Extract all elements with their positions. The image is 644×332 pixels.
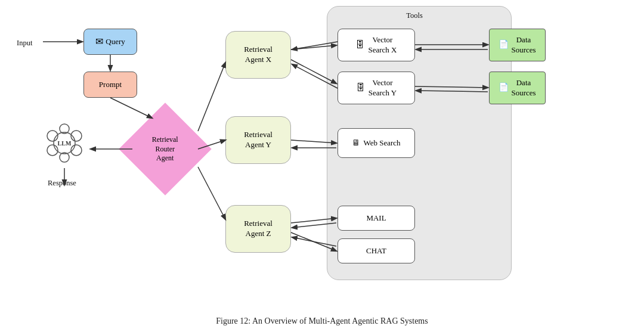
diagram: Tools Input ✉ Query Prompt RetrievalRout… <box>0 0 644 310</box>
caption-text: Figure 12: An Overview of Multi-Agent Ag… <box>216 317 428 325</box>
chat-node: CHAT <box>338 238 415 263</box>
input-label: Input <box>17 39 32 48</box>
svg-line-10 <box>110 98 152 118</box>
mail-label: MAIL <box>366 213 386 224</box>
svg-text:LLM: LLM <box>58 140 72 147</box>
retrieval-agent-x-label: Retrieval Agent X <box>244 45 273 65</box>
chat-label: CHAT <box>366 246 386 256</box>
prompt-label: Prompt <box>99 80 122 90</box>
router-agent-label: RetrievalRouterAgent <box>152 135 178 163</box>
vector-search-x: 🗄 Vector Search X <box>338 29 415 61</box>
figure-caption: Figure 12: An Overview of Multi-Agent Ag… <box>0 317 644 326</box>
web-search-node: 🖥 Web Search <box>338 128 415 158</box>
retrieval-agent-y-label: Retrieval Agent Y <box>244 130 273 150</box>
tools-label: Tools <box>391 11 438 20</box>
data-sources-2-label: Data Sources <box>511 78 535 98</box>
data-sources-1-label: Data Sources <box>511 35 535 55</box>
prompt-node: Prompt <box>83 72 137 98</box>
retrieval-agent-z: Retrieval Agent Z <box>225 205 291 253</box>
llm-node: LLM <box>41 119 88 167</box>
web-search-label: Web Search <box>363 138 400 148</box>
data-sources-2: 📄 Data Sources <box>489 72 546 104</box>
retrieval-agent-z-label: Retrieval Agent Z <box>244 219 273 239</box>
retrieval-agent-x: Retrieval Agent X <box>225 31 291 79</box>
router-agent-node: RetrievalRouterAgent <box>119 103 212 196</box>
mail-node: MAIL <box>338 206 415 231</box>
svg-line-15 <box>198 167 225 219</box>
response-label: Response <box>48 179 76 188</box>
query-label: Query <box>106 37 125 47</box>
vector-search-x-label: Vector Search X <box>368 35 397 55</box>
vector-search-y: 🗄 Vector Search Y <box>338 72 415 104</box>
svg-line-13 <box>198 63 225 131</box>
data-sources-1: 📄 Data Sources <box>489 29 546 61</box>
vector-search-y-label: Vector Search Y <box>369 78 397 98</box>
query-node: ✉ Query <box>83 29 137 55</box>
retrieval-agent-y: Retrieval Agent Y <box>225 116 291 164</box>
